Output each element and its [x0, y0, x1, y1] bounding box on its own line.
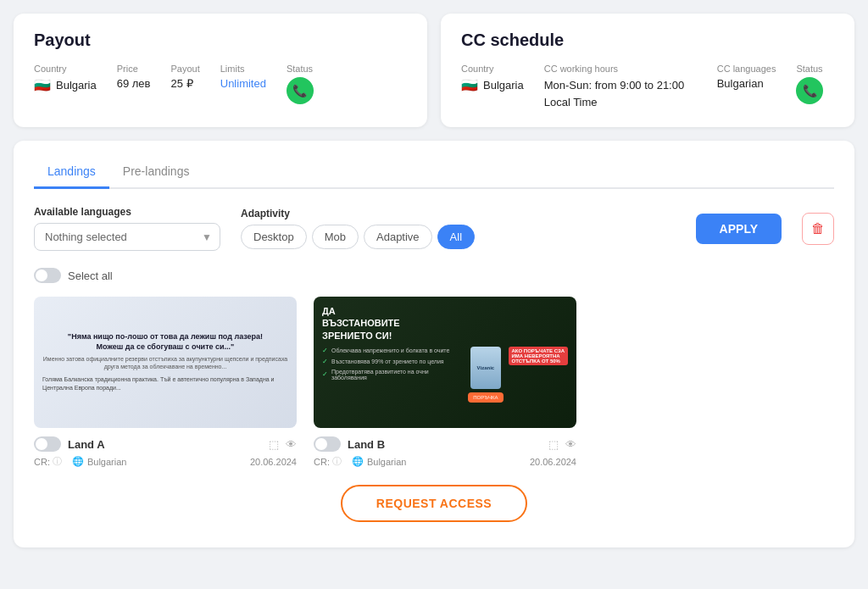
delete-button[interactable]: 🗑	[802, 213, 834, 245]
language-filter-group: Available languages Nothing selected ▼	[34, 206, 220, 251]
payout-status-label: Status	[287, 64, 314, 74]
adapt-btn-mob[interactable]: Mob	[312, 225, 359, 249]
payout-price-value: 69 лев	[117, 77, 151, 90]
landing-item-a: "Няма нищо по-лошо от това да лежиш под …	[34, 297, 297, 468]
landing-a-meta: CR: ⓘ 🌐 Bulgarian 20.06.2024	[34, 455, 297, 468]
request-access-section: REQUEST ACCESS	[34, 468, 834, 531]
toggle-b-knob	[315, 438, 327, 450]
preview-b-badges: АКО ПОРЪЧАТЕ СЗАИМА НЕВЕРОЯТНАОТСТЪПКА О…	[509, 347, 568, 403]
top-section: Payout Country 🇧🇬 Bulgaria Price 69 лев …	[0, 0, 868, 141]
cc-schedule-card: CC schedule Country 🇧🇬 Bulgaria CC worki…	[441, 14, 854, 127]
cc-country-col: Country 🇧🇬 Bulgaria	[461, 64, 524, 93]
preview-b-bullets: ✓ Облекчава напреженито и болката в очит…	[322, 347, 463, 403]
preview-a-body-text: Голяма Балканска традиционна практика. Т…	[42, 375, 288, 392]
bullet-text-2: Възстановява 99% от зрението по целия	[331, 358, 444, 364]
payout-card: Payout Country 🇧🇬 Bulgaria Price 69 лев …	[14, 14, 427, 127]
badge-discount: АКО ПОРЪЧАТЕ СЗАИМА НЕВЕРОЯТНАОТСТЪПКА О…	[509, 347, 568, 365]
bulgaria-flag-payout: 🇧🇬	[34, 77, 51, 93]
payout-country-value: Bulgaria	[56, 79, 97, 92]
tab-landings[interactable]: Landings	[34, 158, 109, 189]
landing-b-date: 20.06.2024	[530, 457, 576, 467]
payout-limits-value: Unlimited	[220, 77, 266, 90]
adapt-btn-desktop[interactable]: Desktop	[241, 225, 307, 249]
landing-preview-a: "Няма нищо по-лошо от това да лежиш под …	[34, 297, 297, 428]
bottle-label: Vizanic	[477, 365, 495, 370]
payout-payout-col: Payout 25 ₽	[171, 64, 200, 90]
preview-b-inner: ДАВЪЗСТАНОВИТЕЗРЕНИЕТО СИ! ✓ Облекчава н…	[314, 297, 576, 428]
adaptivity-label: Adaptivity	[241, 208, 475, 219]
preview-a-sub-text: Именно затова официалните резерви отстъп…	[42, 355, 288, 370]
payout-price-label: Price	[117, 64, 151, 74]
landing-a-language: 🌐 Bulgarian	[72, 456, 126, 467]
landing-b-footer: Land B ⬚ 👁	[314, 436, 576, 452]
payout-title: Payout	[34, 31, 407, 50]
landing-a-date: 20.06.2024	[250, 457, 297, 467]
adaptivity-buttons: Desktop Mob Adaptive All	[241, 225, 475, 249]
payout-price-col: Price 69 лев	[117, 64, 151, 90]
adapt-btn-all[interactable]: All	[437, 225, 475, 249]
payout-payout-value: 25 ₽	[171, 77, 200, 90]
phone-icon-cc: 📞	[803, 84, 817, 97]
landing-b-language: 🌐 Bulgarian	[352, 456, 406, 467]
landing-preview-b: ДАВЪЗСТАНОВИТЕЗРЕНИЕТО СИ! ✓ Облекчава н…	[314, 297, 576, 428]
cr-info-icon-b: ⓘ	[332, 455, 342, 468]
toggle-knob	[36, 269, 47, 281]
eye-icon-a[interactable]: 👁	[286, 438, 297, 451]
cc-schedule-title: CC schedule	[461, 31, 834, 50]
phone-icon: 📞	[292, 84, 307, 97]
lang-icon-b: 🌐	[352, 456, 364, 467]
cc-languages-value: Bulgarian	[717, 77, 776, 90]
bullet-text-1: Облекчава напреженито и болката в очите	[331, 347, 449, 353]
bulgaria-flag-cc: 🇧🇬	[461, 77, 478, 93]
language-select-wrapper: Nothing selected ▼	[34, 223, 220, 251]
main-section: Landings Pre-landings Available language…	[14, 141, 854, 547]
bullet-text-3: Предотвратява развитието на очни заболяв…	[331, 369, 463, 381]
cc-country-row: 🇧🇬 Bulgaria	[461, 77, 524, 93]
request-access-button[interactable]: REQUEST ACCESS	[341, 485, 527, 522]
apply-button[interactable]: APPLY	[696, 214, 782, 244]
preview-b-body: ✓ Облекчава напреженито и болката в очит…	[322, 347, 568, 403]
cc-country-value: Bulgaria	[483, 79, 524, 92]
cc-languages-label: CC languages	[717, 64, 776, 74]
code-icon-b[interactable]: ⬚	[548, 438, 559, 451]
landing-a-toggle[interactable]	[34, 436, 61, 452]
code-icon-a[interactable]: ⬚	[269, 438, 279, 451]
landing-b-icons: ⬚ 👁	[548, 438, 576, 451]
select-all-toggle[interactable]	[34, 268, 61, 283]
bullet-3: ✓ Предотвратява развитието на очни забол…	[322, 369, 463, 381]
landings-grid: "Няма нищо по-лошо от това да лежиш под …	[34, 297, 834, 468]
language-select[interactable]: Nothing selected	[34, 223, 220, 251]
select-all-row: Select all	[34, 268, 834, 283]
landing-a-icons: ⬚ 👁	[269, 438, 297, 451]
lang-icon-a: 🌐	[72, 456, 84, 467]
cc-hours-col: CC working hours Mon-Sun: from 9:00 to 2…	[544, 64, 697, 110]
landing-a-cr: CR: ⓘ	[34, 455, 62, 468]
eye-icon-b[interactable]: 👁	[565, 438, 576, 451]
payout-status-col: Status 📞	[287, 64, 314, 104]
check-icon-3: ✓	[322, 370, 328, 378]
preview-order-btn[interactable]: ПОРЪЧКА	[468, 392, 503, 403]
check-icon-1: ✓	[322, 347, 328, 354]
filters-row: Available languages Nothing selected ▼ A…	[34, 206, 834, 251]
payout-payout-label: Payout	[171, 64, 200, 74]
preview-a-main-text: "Няма нищо по-лошо от това да лежиш под …	[68, 332, 263, 352]
landing-b-toggle[interactable]	[314, 436, 341, 452]
cc-status-icon: 📞	[796, 77, 823, 104]
landing-b-meta: CR: ⓘ 🌐 Bulgarian 20.06.2024	[314, 455, 576, 468]
landing-item-b: ДАВЪЗСТАНОВИТЕЗРЕНИЕТО СИ! ✓ Облекчава н…	[314, 297, 576, 468]
landing-a-name: Land A	[68, 438, 262, 451]
tab-pre-landings[interactable]: Pre-landings	[109, 158, 203, 187]
bullet-2: ✓ Възстановява 99% от зрението по целия	[322, 358, 463, 365]
check-icon-2: ✓	[322, 358, 328, 365]
product-bottle: Vizanic	[470, 347, 501, 389]
landing-b-cr: CR: ⓘ	[314, 455, 342, 468]
cc-status-col: Status 📞	[796, 64, 823, 104]
language-filter-label: Available languages	[34, 206, 220, 218]
cr-info-icon-a: ⓘ	[53, 455, 62, 468]
adapt-btn-adaptive[interactable]: Adaptive	[364, 225, 432, 249]
payout-country-row: 🇧🇬 Bulgaria	[34, 77, 97, 93]
landing-a-footer: Land A ⬚ 👁	[34, 436, 297, 452]
preview-b-right: Vizanic ПОРЪЧКА	[468, 347, 503, 403]
adaptivity-filter-group: Adaptivity Desktop Mob Adaptive All	[241, 208, 475, 249]
select-all-label: Select all	[68, 269, 113, 282]
